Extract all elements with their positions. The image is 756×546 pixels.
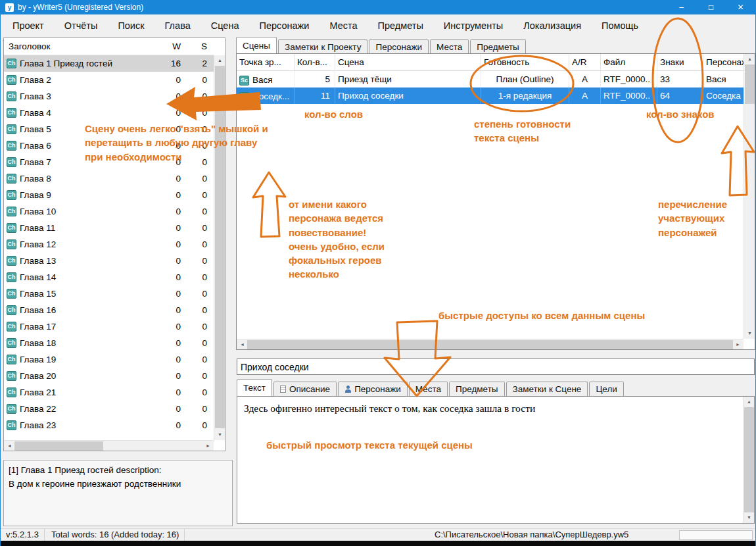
- menu-item-9[interactable]: Инструменты: [435, 16, 512, 35]
- chapter-row[interactable]: ChГлава 1300: [4, 253, 214, 269]
- scene-text-vscrollbar[interactable]: [743, 397, 754, 523]
- status-bar: v:5.2.1.3 Total words: 16 (Added today: …: [1, 528, 755, 541]
- scene-table-hscrollbar[interactable]: [237, 339, 744, 349]
- chapter-row[interactable]: ChГлава 900: [4, 187, 214, 203]
- scene-cell-file: RTF_0000..: [601, 71, 657, 87]
- detail-tab-4[interactable]: Места: [409, 382, 448, 396]
- scroll-down-icon[interactable]: [214, 430, 225, 440]
- detail-tab-5[interactable]: Предметы: [449, 382, 505, 396]
- chapter-icon: Ch: [7, 322, 16, 332]
- scene-column-header[interactable]: Персонажи: [703, 54, 744, 70]
- scene-column-header[interactable]: Точка зр...: [237, 54, 295, 70]
- chapter-row[interactable]: ChГлава 1600: [4, 302, 214, 318]
- chapter-title: Глава 10: [20, 207, 151, 216]
- scene-column-header[interactable]: A/R: [569, 54, 601, 70]
- scroll-down-icon[interactable]: [744, 512, 755, 523]
- detail-tab-6[interactable]: Заметки к Сцене: [506, 382, 588, 396]
- scroll-up-icon[interactable]: [744, 54, 755, 64]
- chapter-row[interactable]: ChГлава 800: [4, 170, 214, 187]
- detail-tab-7[interactable]: Цели: [589, 382, 623, 396]
- chapter-scene-count: 0: [187, 207, 214, 216]
- scene-column-header[interactable]: Файл: [601, 54, 657, 70]
- chapter-row[interactable]: ChГлава 1100: [4, 220, 214, 236]
- column-header-title[interactable]: Заголовок: [4, 41, 151, 51]
- chapter-scene-count: 0: [187, 338, 214, 348]
- column-header-words[interactable]: W: [151, 41, 187, 51]
- project-tab-1[interactable]: Сцены: [236, 37, 277, 53]
- detail-tab-3[interactable]: Персонажи: [338, 382, 408, 396]
- scrollbar-thumb[interactable]: [744, 407, 754, 512]
- chapter-description-panel: [1] Глава 1 Приезд гостей description: В…: [3, 460, 233, 526]
- chapter-row[interactable]: ChГлава 1 Приезд гостей162: [4, 55, 214, 72]
- project-tab-2[interactable]: Заметки к Проекту: [278, 39, 367, 53]
- chapter-row[interactable]: ChГлава 2200: [4, 401, 214, 417]
- scrollbar-thumb[interactable]: [14, 441, 103, 451]
- scene-table-vscrollbar[interactable]: [744, 54, 755, 339]
- project-tab-3[interactable]: Персонажи: [369, 39, 429, 53]
- app-icon: y: [5, 3, 14, 12]
- scroll-up-icon[interactable]: [214, 55, 225, 66]
- scrollbar-thumb[interactable]: [247, 340, 733, 349]
- chapter-row[interactable]: ChГлава 2300: [4, 417, 214, 434]
- menu-item-2[interactable]: Отчёты: [55, 16, 107, 35]
- menu-item-7[interactable]: Места: [320, 16, 366, 35]
- scene-column-header[interactable]: Готовность: [481, 54, 569, 70]
- chapter-row[interactable]: ChГлава 600: [4, 137, 214, 154]
- scrollbar-thumb[interactable]: [745, 64, 755, 104]
- chapter-row[interactable]: ChГлава 200: [4, 72, 214, 88]
- detail-tab-2[interactable]: Описание: [273, 382, 337, 396]
- project-tab-4[interactable]: Места: [430, 39, 469, 53]
- scroll-down-icon[interactable]: [744, 328, 755, 339]
- chapter-row[interactable]: ChГлава 1400: [4, 269, 214, 285]
- chapter-row[interactable]: ChГлава 300: [4, 88, 214, 105]
- scroll-left-icon[interactable]: [237, 339, 248, 350]
- chapter-list-hscrollbar[interactable]: [4, 440, 214, 451]
- chapter-row[interactable]: ChГлава 1500: [4, 285, 214, 302]
- close-button[interactable]: ✕: [726, 0, 755, 14]
- menu-item-8[interactable]: Предметы: [369, 16, 433, 35]
- scene-cell-characters: Соседка И...: [703, 87, 744, 104]
- chapter-row[interactable]: ChГлава 1800: [4, 335, 214, 351]
- minimize-button[interactable]: –: [667, 0, 696, 14]
- chapter-scene-count: 0: [187, 239, 214, 249]
- chapter-row[interactable]: ChГлава 400: [4, 105, 214, 121]
- scrollbar-thumb[interactable]: [215, 66, 225, 428]
- detail-tab-1[interactable]: Текст: [237, 379, 272, 396]
- scene-column-header[interactable]: Кол-в...: [295, 54, 335, 70]
- menu-item-3[interactable]: Поиск: [108, 16, 153, 35]
- scene-table: Точка зр...Кол-в...СценаГотовностьA/RФай…: [236, 53, 755, 350]
- chapter-row[interactable]: ChГлава 700: [4, 154, 214, 170]
- menu-item-11[interactable]: Помощь: [592, 16, 648, 35]
- scroll-left-icon[interactable]: [4, 441, 15, 451]
- scene-row[interactable]: ScСоседк...11Приход соседки1-я редакцияA…: [237, 87, 744, 104]
- detail-tab-label: Заметки к Сцене: [513, 382, 582, 397]
- menu-item-10[interactable]: Локализация: [514, 16, 590, 35]
- scene-column-header[interactable]: Сцена: [335, 54, 481, 70]
- menu-item-1[interactable]: Проект: [3, 16, 53, 35]
- chapter-row[interactable]: ChГлава 500: [4, 121, 214, 137]
- chapter-row[interactable]: ChГлава 1900: [4, 351, 214, 368]
- chapter-word-count: 0: [151, 387, 187, 397]
- scroll-up-icon[interactable]: [744, 397, 755, 407]
- chapter-word-count: 0: [151, 355, 187, 364]
- chapter-row[interactable]: ChГлава 2100: [4, 384, 214, 401]
- menu-item-4[interactable]: Глава: [156, 16, 200, 35]
- chapter-row[interactable]: ChГлава 1700: [4, 318, 214, 335]
- chapter-list-vscrollbar[interactable]: [214, 55, 225, 440]
- scene-row[interactable]: ScВася5Приезд тёщиПлан (Outline)ARTF_000…: [237, 71, 744, 87]
- chapter-title: Глава 17: [20, 322, 151, 332]
- scroll-right-icon[interactable]: [732, 339, 744, 350]
- chapter-row[interactable]: ChГлава 1200: [4, 236, 214, 253]
- menu-item-5[interactable]: Сцена: [202, 16, 248, 35]
- scene-name-input[interactable]: [237, 359, 755, 375]
- chapter-row[interactable]: ChГлава 2000: [4, 368, 214, 384]
- scene-text-editor[interactable]: Здесь офигенно интересный текст о том, к…: [237, 397, 743, 523]
- column-header-scenes[interactable]: S: [187, 41, 214, 51]
- scroll-right-icon[interactable]: [202, 441, 214, 451]
- scene-column-header[interactable]: Знаки: [657, 54, 703, 70]
- project-tab-5[interactable]: Предметы: [470, 39, 526, 53]
- chapter-icon: Ch: [7, 338, 16, 348]
- chapter-row[interactable]: ChГлава 1000: [4, 203, 214, 220]
- menu-item-6[interactable]: Персонажи: [250, 16, 318, 35]
- maximize-button[interactable]: □: [696, 0, 726, 14]
